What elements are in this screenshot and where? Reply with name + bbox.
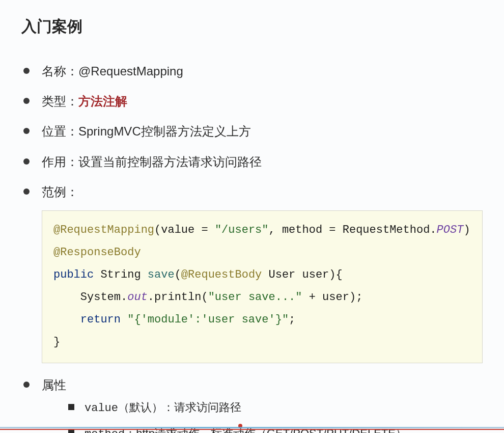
attr-value: value（默认）：请求访问路径 [66, 398, 483, 417]
code-token [53, 291, 80, 304]
code-token: } [53, 336, 60, 348]
item-attributes: 属性 value（默认）：请求访问路径 method：http请求动作，标准动作… [21, 375, 483, 433]
code-example: @RequestMapping(value = "/users", method… [42, 210, 483, 363]
bottom-border-red [0, 429, 504, 430]
bottom-border-blue [0, 427, 504, 428]
code-token: "user save..." [208, 291, 302, 304]
code-token: @ResponseBody [53, 246, 141, 259]
item-type: 类型：方法注解 [21, 92, 483, 111]
code-token: .println( [148, 291, 208, 304]
item-name: 名称：@RequestMapping [21, 62, 483, 80]
code-token [53, 313, 80, 326]
item-example: 范例： [21, 182, 483, 201]
definition-list: 名称：@RequestMapping 类型：方法注解 位置：SpringMVC控… [21, 62, 483, 201]
example-label: 范例： [42, 185, 78, 199]
type-label: 类型： [42, 94, 78, 108]
code-token: String [94, 268, 148, 281]
code-token: return [80, 313, 121, 326]
code-token: @RequestBody [181, 268, 262, 281]
code-token: System. [80, 291, 127, 304]
code-token: "{'module':'user save'}" [127, 313, 289, 326]
code-token: save [148, 268, 175, 281]
item-purpose: 作用：设置当前控制器方法请求访问路径 [21, 152, 483, 171]
position-label: 位置： [42, 124, 78, 138]
code-token: ; [289, 313, 295, 326]
code-token: POST [437, 224, 464, 236]
item-position: 位置：SpringMVC控制器方法定义上方 [21, 122, 483, 141]
page-title: 入门案例 [21, 16, 483, 37]
code-token: User user){ [262, 268, 342, 281]
code-token: "/users" [215, 224, 269, 236]
code-token: + user); [302, 291, 363, 304]
code-token: (value = [154, 224, 215, 236]
name-label: 名称： [42, 64, 78, 78]
attr-value-note: （默认）：请求访问路径 [118, 401, 241, 414]
type-value: 方法注解 [78, 94, 127, 108]
code-token: ) [463, 224, 470, 236]
code-token [121, 313, 127, 326]
bottom-border [0, 427, 504, 433]
name-value: @RequestMapping [78, 64, 183, 78]
purpose-label: 作用： [42, 155, 78, 169]
code-token: out [127, 291, 148, 304]
purpose-value: 设置当前控制器方法请求访问路径 [78, 155, 262, 169]
code-token: @RequestMapping [53, 224, 154, 236]
position-value: SpringMVC控制器方法定义上方 [78, 124, 251, 138]
attr-list: 属性 value（默认）：请求访问路径 method：http请求动作，标准动作… [21, 375, 483, 433]
code-token: , method = RequestMethod. [269, 224, 437, 236]
attr-value-key: value [85, 402, 118, 415]
code-token: public [53, 268, 94, 281]
code-token: ( [175, 268, 181, 281]
attr-label: 属性 [42, 378, 66, 392]
